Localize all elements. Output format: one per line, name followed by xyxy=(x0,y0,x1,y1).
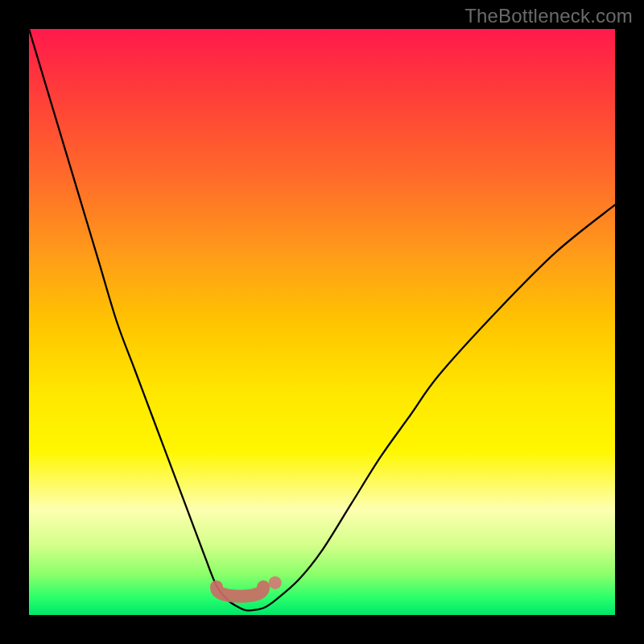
optimal-range-dot xyxy=(269,576,282,589)
watermark-text: TheBottleneck.com xyxy=(464,5,633,27)
optimal-range-segment xyxy=(217,587,263,597)
bottleneck-curve xyxy=(29,29,615,611)
curve-svg xyxy=(29,29,615,615)
plot-area xyxy=(29,29,615,615)
chart-frame: TheBottleneck.com xyxy=(0,0,644,644)
